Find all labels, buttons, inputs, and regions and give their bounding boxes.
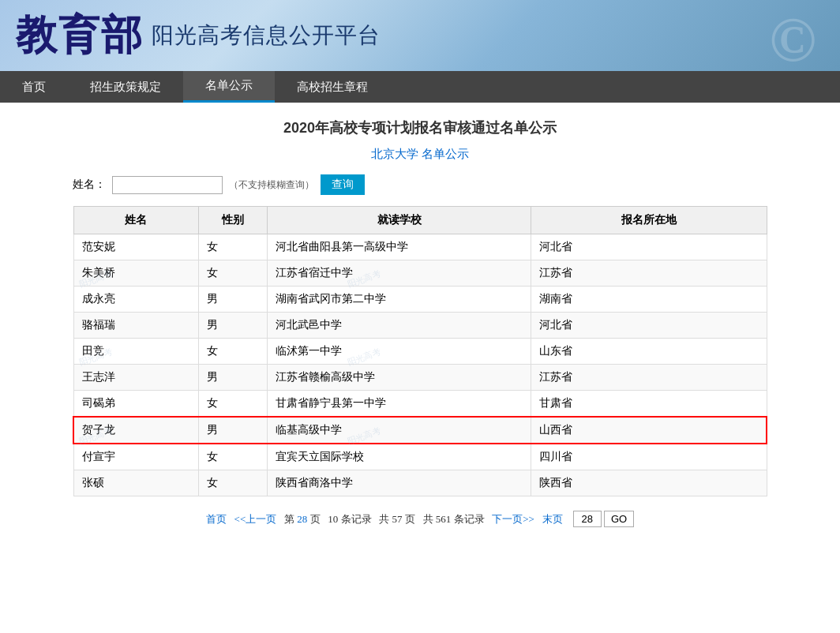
col-name: 姓名: [73, 207, 198, 234]
university-link[interactable]: 北京大学 名单公示: [73, 147, 767, 162]
header: 教育部 阳光高考信息公开平台 ©: [0, 0, 840, 71]
table-row: 成永亮男湖南省武冈市第二中学湖南省: [73, 287, 767, 313]
pagination-first[interactable]: 首页: [206, 513, 227, 525]
pagination: 首页 <<上一页 第 28 页 10 条记录 共 57 页 共 561 条记录 …: [73, 511, 767, 527]
pagination-page-label: 第: [284, 513, 294, 525]
pagination-last[interactable]: 末页: [542, 513, 563, 525]
nav-item-home[interactable]: 首页: [0, 71, 68, 103]
nav: 首页 招生政策规定 名单公示 高校招生章程: [0, 71, 840, 103]
main-content: 2020年高校专项计划报名审核通过名单公示 北京大学 名单公示 姓名： （不支持…: [65, 103, 775, 543]
table-row: 司碣弟女甘肃省静宁县第一中学甘肃省: [73, 391, 767, 418]
table-row: 范安妮女河北省曲阳县第一高级中学河北省: [73, 234, 767, 260]
pagination-go-button[interactable]: GO: [604, 511, 634, 527]
data-table: 姓名 性别 就读学校 报名所在地 范安妮女河北省曲阳县第一高级中学河北省朱美桥阳…: [73, 206, 767, 496]
col-gender: 性别: [198, 207, 268, 234]
search-label: 姓名：: [73, 178, 106, 192]
table-row: 朱美桥阳光高考女江苏省宿迁中学阳光高考江苏省: [73, 260, 767, 287]
search-button[interactable]: 查询: [321, 174, 365, 195]
table-row: 付宣宇女宜宾天立国际学校四川省: [73, 444, 767, 470]
header-watermark: ©: [769, 4, 816, 71]
site-title-main: 教育部: [16, 8, 144, 63]
pagination-page-input[interactable]: [573, 511, 602, 527]
col-school: 就读学校: [268, 207, 531, 234]
table-header-row: 姓名 性别 就读学校 报名所在地: [73, 207, 767, 234]
pagination-prev[interactable]: <<上一页: [234, 513, 277, 525]
search-row: 姓名： （不支持模糊查询） 查询: [73, 174, 767, 195]
pagination-total-records-suffix: 条记录: [454, 513, 485, 525]
search-note: （不支持模糊查询）: [229, 178, 314, 192]
table-row: 田竞阳光高考女临沭第一中学阳光高考山东省: [73, 339, 767, 365]
pagination-total-records: 561: [436, 513, 452, 525]
table-row: 骆福瑞男河北武邑中学河北省: [73, 313, 767, 339]
pagination-current-page[interactable]: 28: [297, 513, 307, 525]
table-row: 张硕女陕西省商洛中学陕西省: [73, 470, 767, 496]
search-input[interactable]: [112, 176, 223, 194]
site-title-sub: 阳光高考信息公开平台: [152, 21, 381, 51]
pagination-total-pages: 57: [392, 513, 403, 525]
col-location: 报名所在地: [531, 207, 767, 234]
pagination-total-records-label: 共: [423, 513, 433, 525]
pagination-total-pages-suffix: 页: [405, 513, 415, 525]
nav-item-enrollment[interactable]: 高校招生章程: [275, 71, 390, 103]
pagination-per-page: 10 条记录: [328, 513, 371, 525]
nav-item-policy[interactable]: 招生政策规定: [68, 71, 183, 103]
table-row: 贺子龙阳光高考男临基高级中学阳光高考山西省: [73, 417, 767, 444]
pagination-total-pages-label: 共: [379, 513, 389, 525]
page-title: 2020年高校专项计划报名审核通过名单公示: [73, 118, 767, 137]
pagination-next[interactable]: 下一页>>: [492, 513, 534, 525]
pagination-page-suffix: 页: [310, 513, 321, 525]
nav-item-list[interactable]: 名单公示: [183, 71, 275, 103]
table-row: 王志洋男江苏省赣榆高级中学江苏省: [73, 365, 767, 391]
